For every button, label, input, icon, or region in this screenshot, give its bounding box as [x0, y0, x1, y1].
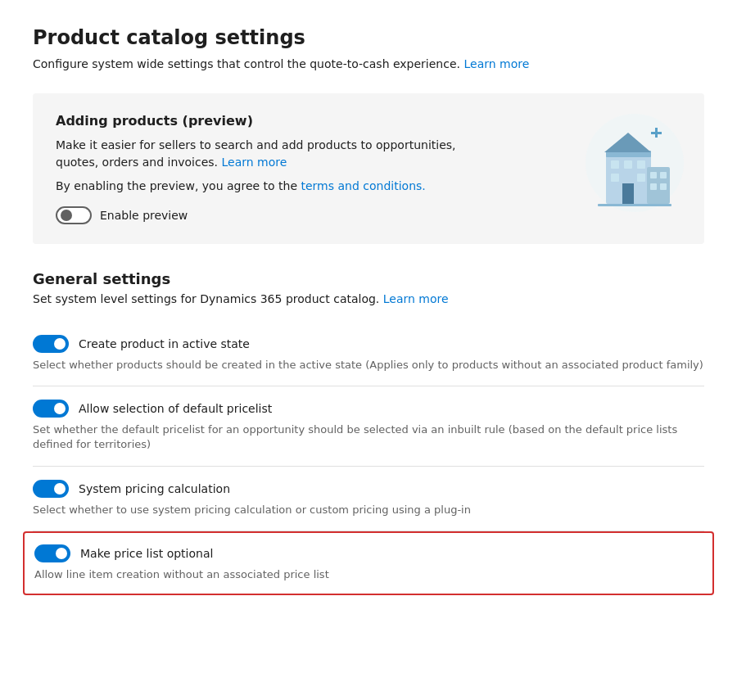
setting-desc-default-pricelist: Set whether the default pricelist for an…: [33, 422, 704, 452]
preview-learn-more-link[interactable]: Learn more: [222, 156, 287, 169]
setting-label-default-pricelist: Allow selection of default pricelist: [79, 402, 272, 415]
setting-label-price-list-optional: Make price list optional: [80, 547, 213, 560]
setting-item-system-pricing: System pricing calculationSelect whether…: [33, 467, 704, 531]
general-settings-title: General settings: [33, 270, 704, 287]
setting-item-default-pricelist: Allow selection of default pricelistSet …: [33, 386, 704, 466]
setting-item-create-product: Create product in active stateSelect whe…: [33, 322, 704, 386]
svg-rect-9: [637, 174, 645, 182]
svg-rect-6: [624, 160, 632, 169]
svg-rect-12: [660, 172, 667, 178]
building-illustration: [581, 110, 688, 216]
setting-desc-price-list-optional: Allow line item creation without an asso…: [34, 567, 703, 582]
setting-desc-create-product: Select whether products should be create…: [33, 358, 704, 373]
setting-label-system-pricing: System pricing calculation: [79, 482, 230, 495]
general-learn-more-link[interactable]: Learn more: [383, 292, 449, 305]
toggle-price-list-optional[interactable]: [34, 544, 70, 562]
preview-card-description: Make it easier for sellers to search and…: [56, 137, 463, 171]
setting-item-price-list-optional: Make price list optionalAllow line item …: [23, 531, 714, 595]
svg-rect-5: [611, 160, 619, 169]
toggle-default-pricelist[interactable]: [33, 400, 69, 418]
svg-rect-11: [650, 172, 657, 178]
svg-rect-7: [637, 160, 645, 169]
setting-header-price-list-optional: Make price list optional: [34, 544, 703, 562]
page-title: Product catalog settings: [33, 26, 704, 49]
setting-header-default-pricelist: Allow selection of default pricelist: [33, 400, 704, 418]
svg-rect-13: [650, 183, 657, 190]
enable-preview-label: Enable preview: [100, 209, 188, 222]
svg-rect-16: [651, 132, 662, 134]
setting-desc-system-pricing: Select whether to use system pricing cal…: [33, 503, 704, 517]
preview-card: Adding products (preview) Make it easier…: [33, 93, 704, 244]
general-settings-subtitle: Set system level settings for Dynamics 3…: [33, 292, 704, 305]
svg-rect-17: [598, 204, 671, 206]
toggle-system-pricing[interactable]: [33, 480, 69, 498]
toggle-create-product[interactable]: [33, 335, 69, 353]
building-svg: [581, 110, 688, 216]
svg-rect-14: [660, 183, 667, 190]
svg-rect-8: [611, 174, 619, 182]
svg-rect-4: [622, 183, 634, 204]
setting-header-create-product: Create product in active state: [33, 335, 704, 353]
intro-text: Configure system wide settings that cont…: [33, 57, 704, 70]
general-settings-section: General settings Set system level settin…: [33, 270, 704, 595]
setting-header-system-pricing: System pricing calculation: [33, 480, 704, 498]
settings-list: Create product in active stateSelect whe…: [33, 322, 704, 595]
preview-terms-text: By enabling the preview, you agree to th…: [56, 178, 463, 195]
terms-conditions-link[interactable]: terms and conditions.: [301, 179, 426, 192]
intro-learn-more-link[interactable]: Learn more: [463, 57, 529, 70]
setting-label-create-product: Create product in active state: [79, 337, 250, 350]
enable-preview-toggle[interactable]: [56, 206, 92, 224]
